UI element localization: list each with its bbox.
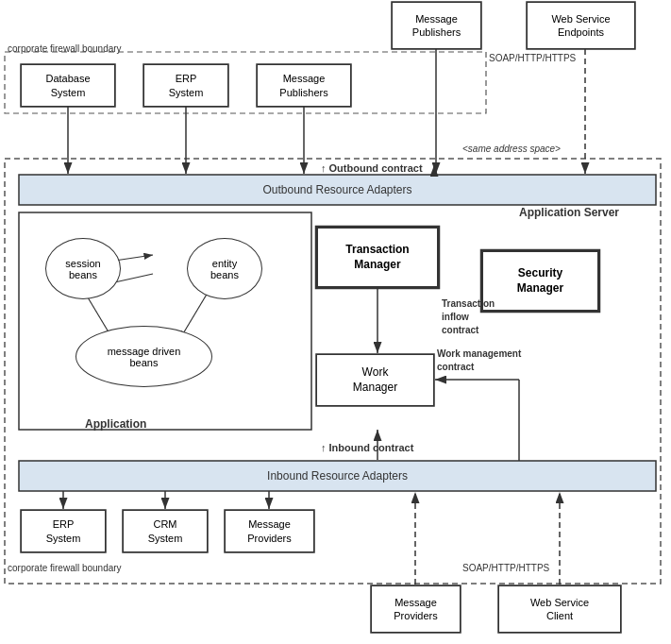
diagram-container: MessagePublishers Web ServiceEndpoints S… <box>0 0 671 644</box>
entity-beans: entitybeans <box>187 238 262 299</box>
outbound-contract-label: ↑ Outbound contract <box>321 162 423 174</box>
session-beans: sessionbeans <box>45 238 121 299</box>
message-publishers-top: MessagePublishers <box>392 2 481 49</box>
message-providers-bottom: MessageProviders <box>371 585 461 633</box>
security-manager: SecurityManager <box>481 250 599 312</box>
inbound-resource-adapters-label: Inbound Resource Adapters <box>19 461 656 491</box>
message-providers-left: MessageProviders <box>225 510 314 552</box>
application-label: Application <box>85 417 146 431</box>
soap-https-top: SOAP/HTTP/HTTPS <box>489 53 576 63</box>
crm-system: CRMSystem <box>123 510 208 552</box>
message-driven-beans: message drivenbeans <box>75 326 212 387</box>
soap-https-bottom: SOAP/HTTP/HTTPS <box>462 563 549 573</box>
web-service-endpoints: Web ServiceEndpoints <box>527 2 635 49</box>
svg-rect-5 <box>19 175 656 205</box>
web-service-client: Web ServiceClient <box>498 585 621 633</box>
inbound-contract-label: ↑ Inbound contract <box>321 442 413 453</box>
transaction-manager: TransactionManager <box>316 227 439 288</box>
message-publishers-inner: MessagePublishers <box>257 64 351 107</box>
svg-rect-6 <box>19 461 656 491</box>
application-server-label: Application Server <box>519 206 619 219</box>
same-address-space: <same address space> <box>462 144 561 154</box>
erp-system-top: ERPSystem <box>143 64 228 107</box>
database-system: DatabaseSystem <box>21 64 115 107</box>
corporate-firewall-bottom: corporate firewall boundary <box>8 563 122 573</box>
erp-system-bottom: ERPSystem <box>21 510 106 552</box>
corporate-firewall-top: corporate firewall boundary <box>8 43 122 54</box>
work-management-label: Work managementcontract <box>437 347 521 374</box>
transaction-inflow-label: Transactioninflowcontract <box>442 297 495 337</box>
outbound-resource-adapters-label: Outbound Resource Adapters <box>19 175 656 205</box>
work-manager: WorkManager <box>316 354 434 406</box>
